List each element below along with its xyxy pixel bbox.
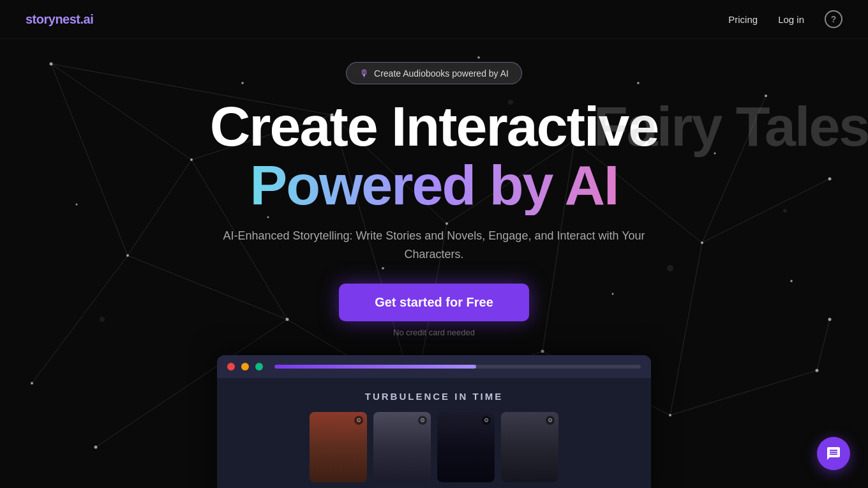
chat-icon bbox=[826, 446, 841, 461]
badge-icon: 🎙 bbox=[359, 68, 369, 79]
app-progressbar-fill bbox=[274, 365, 476, 369]
char-settings-icon-1[interactable]: ⚙ bbox=[354, 416, 363, 425]
app-story-title: TURBULENCE IN TIME bbox=[230, 391, 638, 402]
nav-login[interactable]: Log in bbox=[778, 14, 804, 25]
cta-wrapper: Get started for Free No credit card need… bbox=[339, 284, 529, 337]
app-preview: TURBULENCE IN TIME ⚙ ⚙ ⚙ bbox=[217, 355, 651, 488]
hero-section: 🎙 Create Audiobooks powered by AI Create… bbox=[0, 39, 868, 488]
hero-heading-line3: Powered by AI bbox=[210, 156, 659, 215]
chat-fab-button[interactable] bbox=[817, 437, 850, 470]
app-progressbar bbox=[274, 365, 641, 369]
hero-badge: 🎙 Create Audiobooks powered by AI bbox=[346, 62, 522, 84]
hero-heading-ghost: Fairy Tales bbox=[594, 97, 868, 156]
app-content: TURBULENCE IN TIME ⚙ ⚙ ⚙ bbox=[217, 378, 651, 488]
character-image-1: ⚙ bbox=[310, 412, 367, 482]
char-settings-icon-2[interactable]: ⚙ bbox=[418, 416, 427, 425]
character-image-2: ⚙ bbox=[373, 412, 431, 482]
badge-text: Create Audiobooks powered by AI bbox=[374, 68, 509, 79]
nav-help-button[interactable]: ? bbox=[825, 10, 842, 28]
character-card-4[interactable]: ⚙ bbox=[501, 412, 558, 482]
nav-links: Pricing Log in ? bbox=[728, 10, 842, 28]
hero-subtitle: AI-Enhanced Storytelling: Write Stories … bbox=[211, 227, 657, 264]
character-card-3[interactable]: ⚙ bbox=[437, 412, 495, 482]
char-settings-icon-3[interactable]: ⚙ bbox=[482, 416, 491, 425]
logo-text-accent: .ai bbox=[80, 12, 94, 26]
window-dot-yellow bbox=[241, 363, 249, 370]
character-image-4: ⚙ bbox=[501, 412, 558, 482]
app-characters-grid: ⚙ ⚙ ⚙ ⚙ bbox=[230, 412, 638, 482]
hero-heading: Create Interactive Fairy Tales Powered b… bbox=[210, 97, 659, 215]
nav-pricing[interactable]: Pricing bbox=[728, 14, 758, 25]
window-dot-green bbox=[255, 363, 263, 370]
app-titlebar bbox=[217, 355, 651, 378]
hero-heading-line1: Create Interactive Fairy Tales bbox=[210, 97, 659, 156]
char-settings-icon-4[interactable]: ⚙ bbox=[546, 416, 555, 425]
logo-text-main: storynest bbox=[26, 12, 80, 26]
character-image-3: ⚙ bbox=[437, 412, 495, 482]
window-dot-red bbox=[227, 363, 235, 370]
navbar: storynest.ai Pricing Log in ? bbox=[0, 0, 868, 39]
cta-note: No credit card needed bbox=[393, 328, 475, 337]
character-card-1[interactable]: ⚙ bbox=[310, 412, 367, 482]
cta-button[interactable]: Get started for Free bbox=[339, 284, 529, 321]
logo[interactable]: storynest.ai bbox=[26, 12, 93, 27]
character-card-2[interactable]: ⚙ bbox=[373, 412, 431, 482]
